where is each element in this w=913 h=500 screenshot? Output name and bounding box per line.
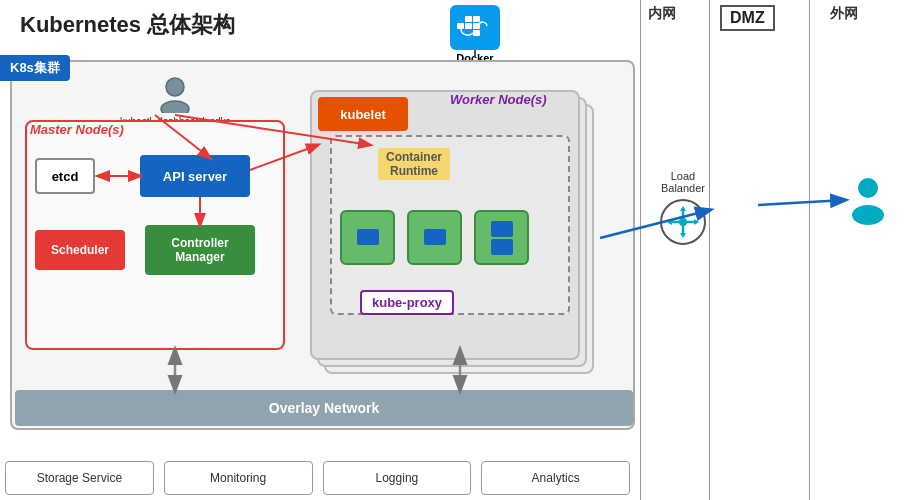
pod-inner-4 xyxy=(491,239,513,255)
service-storage: Storage Service xyxy=(5,461,154,495)
load-balancer-icon xyxy=(660,199,706,245)
kubelet-box: kubelet xyxy=(318,97,408,131)
svg-marker-12 xyxy=(667,219,672,225)
svg-rect-0 xyxy=(457,23,464,29)
svg-point-16 xyxy=(852,205,884,225)
svg-rect-5 xyxy=(473,30,480,36)
docker-hub-icon xyxy=(450,5,500,50)
page-title: Kubernetes 总体架构 xyxy=(20,10,235,40)
controller-manager-box: ControllerManager xyxy=(145,225,255,275)
pod-inner-2 xyxy=(424,229,446,245)
kube-proxy-box: kube-proxy xyxy=(360,290,454,315)
dmz-zone xyxy=(710,0,810,500)
service-analytics: Analytics xyxy=(481,461,630,495)
svg-point-14 xyxy=(679,218,687,226)
intranet-zone xyxy=(640,0,710,500)
api-server-box: API server xyxy=(140,155,250,197)
intranet-label: 内网 xyxy=(648,5,676,23)
svg-rect-1 xyxy=(465,23,472,29)
bottom-services: Storage Service Monitoring Logging Analy… xyxy=(5,461,630,495)
worker-node-label: Worker Node(s) xyxy=(450,92,547,107)
load-balancer: LoadBalander xyxy=(660,170,706,245)
svg-marker-11 xyxy=(680,233,686,238)
svg-point-7 xyxy=(161,101,189,113)
main-container: Kubernetes 总体架构 DockerHub K8s集群 kub xyxy=(0,0,913,500)
pod-2 xyxy=(407,210,462,265)
svg-point-6 xyxy=(166,78,184,96)
svg-rect-3 xyxy=(465,16,472,22)
scheduler-box: Scheduler xyxy=(35,230,125,270)
container-runtime-label: ContainerRuntime xyxy=(378,148,450,180)
external-zone-label: 外网 xyxy=(830,5,858,23)
pod-3 xyxy=(474,210,529,265)
dmz-label: DMZ xyxy=(720,5,775,31)
pod-inner-3 xyxy=(491,221,513,237)
svg-marker-13 xyxy=(694,219,699,225)
service-logging: Logging xyxy=(323,461,472,495)
master-node-label: Master Node(s) xyxy=(30,122,124,137)
svg-marker-10 xyxy=(680,206,686,211)
load-balancer-label: LoadBalander xyxy=(661,170,705,194)
k8s-badge: K8s集群 xyxy=(0,55,70,81)
service-monitoring: Monitoring xyxy=(164,461,313,495)
etcd-box: etcd xyxy=(35,158,95,194)
pod-inner-1 xyxy=(357,229,379,245)
pod-1 xyxy=(340,210,395,265)
pods-row xyxy=(340,210,529,265)
svg-point-15 xyxy=(858,178,878,198)
external-user-figure xyxy=(848,175,888,229)
overlay-network-bar: Overlay Network xyxy=(15,390,633,426)
user-icon xyxy=(156,75,194,113)
svg-rect-4 xyxy=(473,16,480,22)
